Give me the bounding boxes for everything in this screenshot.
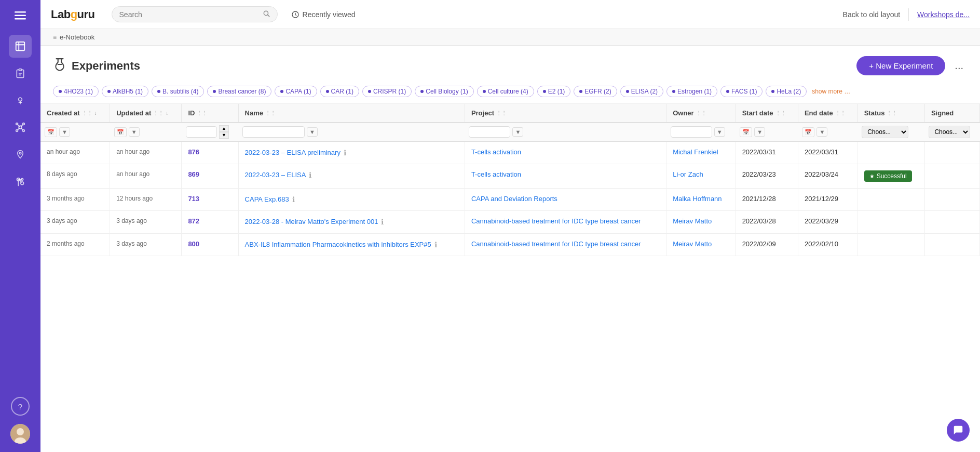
tag-capa[interactable]: CAPA (1) xyxy=(275,86,317,97)
name-link[interactable]: 2022-03-28 - Meirav Matto's Experiment 0… xyxy=(245,217,378,227)
info-icon[interactable]: ℹ xyxy=(344,149,346,157)
sidebar-item-network[interactable] xyxy=(9,116,32,139)
id-sort-asc[interactable]: ▲ xyxy=(219,125,229,132)
tag-breast-cancer[interactable]: Breast cancer (8) xyxy=(207,86,271,97)
col-drag-id[interactable]: ⋮⋮ xyxy=(197,110,207,116)
filter-signed-select[interactable]: Choos... xyxy=(929,126,970,138)
tag-elisa[interactable]: ELISA (2) xyxy=(620,86,663,97)
info-icon[interactable]: ℹ xyxy=(309,171,311,179)
id-link[interactable]: 713 xyxy=(188,195,199,203)
filter-calendar-start-date[interactable]: 📅 xyxy=(740,127,752,137)
col-drag-updated-at[interactable]: ⋮⋮ xyxy=(153,110,164,116)
filter-project-input[interactable] xyxy=(469,126,510,138)
col-drag-name[interactable]: ⋮⋮ xyxy=(265,110,276,116)
project-link[interactable]: T-cells activation xyxy=(471,170,521,178)
logo[interactable]: Labguru xyxy=(51,8,95,21)
filter-id-input[interactable] xyxy=(186,126,217,138)
cell-start-date: 2022/03/28 xyxy=(736,211,798,233)
owner-link[interactable]: Li-or Zach xyxy=(673,170,703,178)
col-header-start-date: Start date ⋮⋮ xyxy=(736,104,798,123)
col-drag-created-at[interactable]: ⋮⋮ xyxy=(82,110,92,116)
col-header-updated-at: Updated at ⋮⋮ ↓ xyxy=(110,104,182,123)
table-row: 3 months ago 12 hours ago 713 CAPA Exp.6… xyxy=(40,189,980,211)
tag-crispr[interactable]: CRISPR (1) xyxy=(362,86,412,97)
filter-funnel-project[interactable]: ▼ xyxy=(512,127,523,137)
col-drag-start-date[interactable]: ⋮⋮ xyxy=(775,110,786,116)
id-sort-desc[interactable]: ▼ xyxy=(219,132,229,139)
tag-b-subtilis[interactable]: B. subtilis (4) xyxy=(152,86,204,97)
sidebar-item-ideas[interactable] xyxy=(9,89,32,112)
owner-link[interactable]: Malka Hoffmann xyxy=(673,195,722,203)
filter-owner-input[interactable] xyxy=(671,126,712,138)
sidebar-item-molecules[interactable] xyxy=(9,170,32,193)
tag-facs[interactable]: FACS (1) xyxy=(720,86,763,97)
col-header-created-at: Created at ⋮⋮ ↓ xyxy=(40,104,110,123)
help-button[interactable]: ? xyxy=(11,397,30,416)
svg-rect-3 xyxy=(19,69,22,71)
tag-cell-culture[interactable]: Cell culture (4) xyxy=(477,86,534,97)
tag-car[interactable]: CAR (1) xyxy=(320,86,359,97)
tag-egfr[interactable]: EGFR (2) xyxy=(574,86,617,97)
filter-name-input[interactable] xyxy=(242,126,305,138)
info-icon[interactable]: ℹ xyxy=(381,218,384,226)
name-link[interactable]: 2022-03-23 – ELISA preliminary xyxy=(245,148,341,157)
id-link[interactable]: 876 xyxy=(188,148,199,156)
owner-link[interactable]: Meirav Matto xyxy=(673,240,712,248)
sidebar-item-location[interactable] xyxy=(9,143,32,166)
chat-bubble[interactable] xyxy=(947,419,970,442)
col-drag-end-date[interactable]: ⋮⋮ xyxy=(835,110,846,116)
search-input[interactable] xyxy=(119,10,258,19)
project-link[interactable]: Cannabinoid-based treatment for IDC type… xyxy=(471,240,641,248)
col-drag-status[interactable]: ⋮⋮ xyxy=(887,110,897,116)
cell-start-date: 2022/02/09 xyxy=(736,233,798,256)
filter-owner: ▼ xyxy=(666,123,736,141)
filter-funnel-start-date[interactable]: ▼ xyxy=(754,127,765,137)
back-to-old-layout-link[interactable]: Back to old layout xyxy=(843,10,901,19)
col-drag-owner[interactable]: ⋮⋮ xyxy=(696,110,706,116)
id-link[interactable]: 872 xyxy=(188,217,199,225)
name-link[interactable]: ABX-IL8 Inflammation Pharmacokinetics wi… xyxy=(245,240,431,249)
tag-alkbh5[interactable]: AlkBH5 (1) xyxy=(102,86,148,97)
col-sort-created-at[interactable]: ↓ xyxy=(94,110,97,116)
filter-funnel-name[interactable]: ▼ xyxy=(307,127,318,137)
cell-signed xyxy=(924,164,979,189)
tag-e2[interactable]: E2 (1) xyxy=(537,86,571,97)
topbar: Labguru Recently viewed Ba xyxy=(40,0,980,29)
filter-funnel-updated-at[interactable]: ▼ xyxy=(129,127,140,137)
search-box[interactable] xyxy=(112,6,278,22)
name-link[interactable]: CAPA Exp.683 xyxy=(245,195,289,204)
filter-funnel-end-date[interactable]: ▼ xyxy=(816,127,827,137)
tag-4ho23[interactable]: 4HO23 (1) xyxy=(53,86,99,97)
owner-link[interactable]: Michal Frenkiel xyxy=(673,148,718,156)
recently-viewed-btn[interactable]: Recently viewed xyxy=(286,7,361,22)
new-experiment-button[interactable]: + New Experiment xyxy=(856,56,945,75)
more-options-button[interactable]: ... xyxy=(950,58,968,74)
sidebar-item-clipboard[interactable] xyxy=(9,62,32,85)
owner-link[interactable]: Meirav Matto xyxy=(673,217,712,225)
info-icon[interactable]: ℹ xyxy=(292,195,295,204)
filter-status-select[interactable]: Choos... xyxy=(862,126,908,138)
tag-cell-biology[interactable]: Cell Biology (1) xyxy=(415,86,473,97)
project-link[interactable]: Cannabinoid-based treatment for IDC type… xyxy=(471,217,641,225)
project-link[interactable]: T-cells activation xyxy=(471,148,521,156)
project-link[interactable]: CAPA and Deviation Reports xyxy=(471,195,557,203)
tag-estrogen[interactable]: Estrogen (1) xyxy=(666,86,717,97)
hamburger-menu[interactable] xyxy=(10,6,30,26)
name-link[interactable]: 2022-03-23 – ELISA xyxy=(245,170,306,180)
info-icon[interactable]: ℹ xyxy=(434,241,437,249)
filter-calendar-updated-at[interactable]: 📅 xyxy=(114,127,127,137)
filter-dropdown-owner[interactable]: ▼ xyxy=(714,127,725,137)
filter-funnel-created-at[interactable]: ▼ xyxy=(59,127,70,137)
id-link[interactable]: 869 xyxy=(188,170,199,178)
sidebar-item-experiments[interactable] xyxy=(9,35,32,58)
col-drag-project[interactable]: ⋮⋮ xyxy=(496,110,507,116)
user-avatar[interactable] xyxy=(10,424,30,444)
col-sort-updated-at[interactable]: ↓ xyxy=(166,110,168,116)
workshops-link[interactable]: Workshops de... xyxy=(917,10,970,19)
show-more-tags[interactable]: show more … xyxy=(812,88,850,95)
filter-calendar-created-at[interactable]: 📅 xyxy=(45,127,57,137)
filter-calendar-end-date[interactable]: 📅 xyxy=(802,127,814,137)
tag-hela[interactable]: HeLa (2) xyxy=(766,86,807,97)
col-header-name: Name ⋮⋮ xyxy=(238,104,465,123)
id-link[interactable]: 800 xyxy=(188,240,199,248)
